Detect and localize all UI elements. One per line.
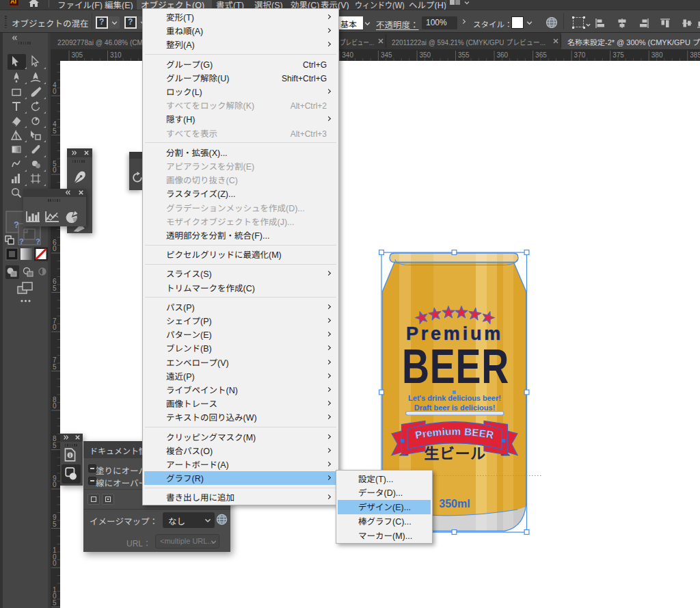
svg-text:350ml: 350ml (439, 498, 470, 510)
svg-text:385: 385 (690, 51, 700, 59)
svg-text:0: 0 (53, 245, 57, 252)
svg-text:0: 0 (53, 481, 57, 488)
svg-text:0: 0 (53, 166, 57, 174)
svg-text:380: 380 (651, 51, 663, 59)
svg-text:355: 355 (458, 51, 470, 59)
svg-text:340: 340 (342, 51, 353, 59)
svg-text:?: ? (36, 237, 40, 246)
svg-text:生ビール: 生ビール (424, 441, 485, 463)
svg-text:5: 5 (53, 599, 57, 607)
svg-text:0: 0 (53, 323, 57, 331)
svg-text:5: 5 (53, 363, 57, 371)
svg-text:370: 370 (574, 51, 586, 59)
svg-text:5: 5 (53, 285, 57, 292)
svg-text:5: 5 (53, 442, 57, 449)
svg-text:0: 0 (53, 559, 57, 567)
svg-text:Draft beer is delicious!: Draft beer is delicious! (414, 404, 496, 412)
svg-text:?: ? (19, 237, 24, 246)
svg-text:0: 0 (53, 88, 57, 95)
svg-text:5: 5 (53, 520, 57, 528)
svg-text:365: 365 (535, 51, 547, 59)
svg-text:375: 375 (612, 51, 624, 59)
svg-text:BEER: BEER (402, 339, 509, 393)
svg-text:0: 0 (53, 402, 57, 410)
svg-text:Let's drink delicious beer!: Let's drink delicious beer! (408, 394, 501, 402)
svg-text:305: 305 (72, 51, 83, 59)
svg-text:345: 345 (381, 51, 392, 59)
svg-text:310: 310 (110, 51, 122, 59)
svg-text:360: 360 (497, 51, 509, 59)
svg-text:5: 5 (53, 127, 57, 135)
svg-text:350: 350 (420, 51, 431, 59)
